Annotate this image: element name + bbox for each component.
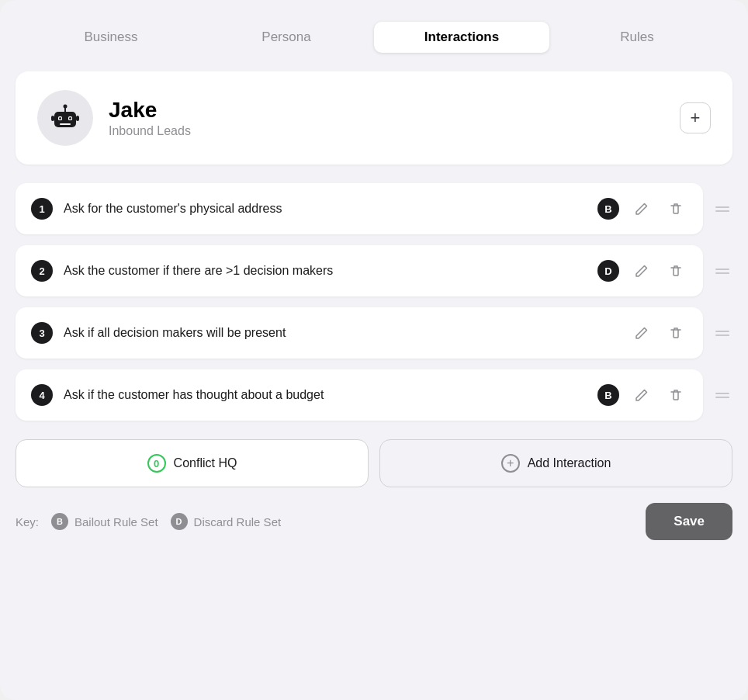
bailout-text: Bailout Rule Set — [74, 515, 158, 528]
discard-badge: D — [171, 513, 188, 530]
delete-button-2[interactable] — [664, 259, 687, 282]
add-bot-button[interactable]: + — [680, 102, 711, 133]
bottom-bar: 0 Conflict HQ + Add Interaction — [16, 439, 732, 487]
rule-badge-2: D — [597, 260, 619, 282]
interaction-text-4: Ask if the customer has thought about a … — [64, 388, 587, 402]
key-label: Key: — [16, 515, 39, 528]
discard-text: Discard Rule Set — [194, 515, 282, 528]
tab-bar: Business Persona Interactions Rules — [16, 16, 732, 59]
step-badge-1: 1 — [31, 198, 53, 220]
step-badge-2: 2 — [31, 260, 53, 282]
bailout-badge: B — [51, 513, 68, 530]
svg-point-3 — [59, 117, 61, 120]
delete-icon-3 — [669, 326, 683, 340]
key-discard: D Discard Rule Set — [171, 513, 282, 530]
edit-icon-2 — [635, 264, 649, 278]
edit-button-3[interactable] — [630, 321, 653, 345]
save-button[interactable]: Save — [646, 503, 732, 540]
edit-button-4[interactable] — [630, 383, 653, 407]
svg-rect-8 — [51, 116, 54, 121]
step-badge-4: 4 — [31, 384, 53, 406]
delete-button-4[interactable] — [664, 383, 687, 407]
tab-interactions[interactable]: Interactions — [374, 22, 549, 53]
main-container: Business Persona Interactions Rules — [0, 0, 748, 700]
svg-point-7 — [64, 105, 68, 109]
edit-button-1[interactable] — [630, 197, 653, 220]
bot-info: Jake Inbound Leads — [109, 98, 664, 138]
interaction-card-2: 2 Ask the customer if there are >1 decis… — [16, 245, 703, 296]
delete-icon-1 — [669, 202, 683, 216]
add-interaction-button[interactable]: + Add Interaction — [379, 439, 732, 487]
interaction-text-2: Ask the customer if there are >1 decisio… — [64, 264, 587, 278]
bot-avatar — [37, 90, 93, 146]
delete-button-3[interactable] — [664, 321, 687, 345]
conflict-label: Conflict HQ — [174, 456, 237, 470]
edit-icon-1 — [635, 202, 649, 216]
interaction-row: 3 Ask if all decision makers will be pre… — [16, 307, 732, 359]
footer: Key: B Bailout Rule Set D Discard Rule S… — [16, 503, 732, 540]
conflict-icon: 0 — [147, 454, 166, 473]
tab-persona[interactable]: Persona — [199, 22, 374, 53]
edit-icon-3 — [635, 326, 649, 340]
drag-handle-2[interactable] — [712, 264, 732, 279]
edit-button-2[interactable] — [630, 259, 653, 282]
interactions-list: 1 Ask for the customer's physical addres… — [16, 183, 732, 421]
delete-icon-4 — [669, 388, 683, 402]
key-section: Key: B Bailout Rule Set D Discard Rule S… — [16, 513, 281, 530]
interaction-row: 4 Ask if the customer has thought about … — [16, 369, 732, 421]
interaction-row: 2 Ask the customer if there are >1 decis… — [16, 245, 732, 296]
key-bailout: B Bailout Rule Set — [51, 513, 158, 530]
interaction-card-1: 1 Ask for the customer's physical addres… — [16, 183, 703, 234]
bot-card: Jake Inbound Leads + — [16, 71, 732, 165]
svg-point-4 — [69, 117, 71, 120]
delete-button-1[interactable] — [664, 197, 687, 220]
drag-handle-1[interactable] — [712, 202, 732, 217]
bot-name: Jake — [109, 98, 664, 123]
bot-subtitle: Inbound Leads — [109, 124, 664, 138]
add-interaction-label: Add Interaction — [528, 456, 611, 470]
interaction-text-3: Ask if all decision makers will be prese… — [64, 326, 619, 340]
svg-rect-9 — [76, 116, 79, 121]
svg-rect-5 — [60, 123, 71, 125]
robot-icon — [48, 101, 82, 135]
rule-badge-4: B — [597, 384, 619, 406]
tab-rules[interactable]: Rules — [549, 22, 725, 53]
interaction-card-3: 3 Ask if all decision makers will be pre… — [16, 307, 703, 359]
drag-handle-4[interactable] — [712, 388, 732, 403]
interaction-card-4: 4 Ask if the customer has thought about … — [16, 369, 703, 421]
step-badge-3: 3 — [31, 322, 53, 344]
interaction-row: 1 Ask for the customer's physical addres… — [16, 183, 732, 234]
rule-badge-1: B — [597, 198, 619, 220]
edit-icon-4 — [635, 388, 649, 402]
conflict-hq-button[interactable]: 0 Conflict HQ — [16, 439, 369, 487]
add-interaction-icon: + — [501, 454, 520, 473]
delete-icon-2 — [669, 264, 683, 278]
interaction-text-1: Ask for the customer's physical address — [64, 202, 587, 216]
tab-business[interactable]: Business — [23, 22, 199, 53]
drag-handle-3[interactable] — [712, 326, 732, 341]
